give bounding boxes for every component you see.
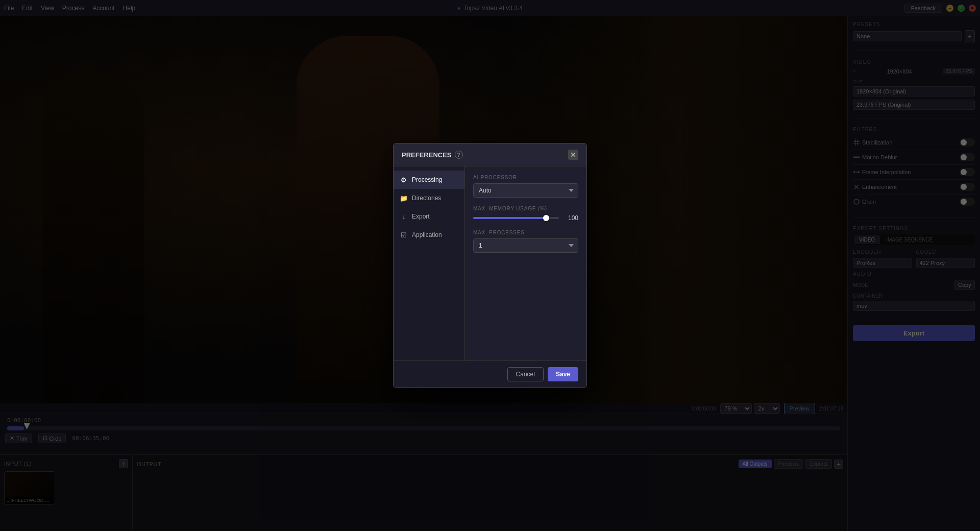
nav-processing[interactable]: ⚙ Processing (394, 171, 464, 189)
nav-application[interactable]: ☑ Application (394, 226, 464, 244)
modal-close-button[interactable]: ✕ (568, 150, 578, 160)
nav-export[interactable]: ↓ Export (394, 207, 464, 226)
modal-content: AI PROCESSOR Auto CPU GPU - NVIDIA MAX. … (465, 166, 586, 360)
modal-body: ⚙ Processing 📁 Directories ↓ Export ☑ Ap… (394, 166, 586, 360)
export-nav-icon: ↓ (400, 212, 408, 221)
max-processes-label: MAX. PROCESSES (473, 230, 578, 235)
preferences-modal: PREFERENCES ? ✕ ⚙ Processing 📁 Directori… (393, 143, 587, 388)
memory-slider-row: 100 (473, 214, 578, 222)
help-badge[interactable]: ? (455, 151, 463, 159)
nav-directories[interactable]: 📁 Directories (394, 189, 464, 207)
cancel-button[interactable]: Cancel (507, 367, 544, 381)
ai-processor-select[interactable]: Auto CPU GPU - NVIDIA (473, 183, 578, 198)
modal-title: PREFERENCES ? (402, 151, 463, 159)
max-memory-group: MAX. MEMORY USAGE (%) 100 (473, 206, 578, 222)
memory-slider-thumb[interactable] (543, 215, 549, 221)
directories-nav-icon: 📁 (400, 194, 408, 202)
modal-overlay: PREFERENCES ? ✕ ⚙ Processing 📁 Directori… (0, 0, 980, 531)
max-memory-label: MAX. MEMORY USAGE (%) (473, 206, 578, 211)
max-processes-group: MAX. PROCESSES 1 2 3 4 (473, 230, 578, 253)
save-button[interactable]: Save (548, 367, 578, 381)
max-processes-select[interactable]: 1 2 3 4 (473, 238, 578, 253)
ai-processor-group: AI PROCESSOR Auto CPU GPU - NVIDIA (473, 175, 578, 198)
modal-header: PREFERENCES ? ✕ (394, 143, 586, 166)
memory-value: 100 (564, 214, 578, 222)
processing-nav-icon: ⚙ (400, 176, 408, 184)
application-nav-icon: ☑ (400, 231, 408, 239)
modal-footer: Cancel Save (394, 360, 586, 388)
memory-slider[interactable] (473, 217, 559, 219)
modal-nav: ⚙ Processing 📁 Directories ↓ Export ☑ Ap… (394, 166, 465, 360)
ai-processor-label: AI PROCESSOR (473, 175, 578, 180)
